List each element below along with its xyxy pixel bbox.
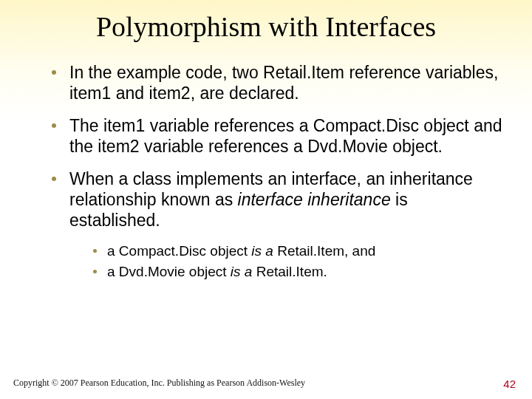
bullet-text: The item1 variable references a Compact.… (69, 115, 502, 157)
sub-bullet-text: a Dvd.Movie object is a Retail.Item. (107, 263, 327, 281)
text-run: Retail.Item. (252, 264, 327, 279)
emphasis-text: interface inheritance (238, 190, 391, 209)
copyright-text: Copyright © 2007 Pearson Education, Inc.… (13, 378, 305, 389)
page-title: Polymorphism with Interfaces (0, 0, 532, 50)
bullet-item: When a class implements an interface, an… (52, 168, 502, 231)
bullet-icon (93, 249, 97, 253)
sub-bullet-item: a Compact.Disc object is a Retail.Item, … (93, 242, 502, 260)
emphasis-text: is a (231, 264, 253, 279)
bullet-text: In the example code, two Retail.Item ref… (69, 62, 502, 103)
sub-bullet-list: a Compact.Disc object is a Retail.Item, … (52, 242, 502, 281)
content-area: In the example code, two Retail.Item ref… (0, 50, 532, 281)
bullet-item: The item1 variable references a Compact.… (52, 115, 502, 157)
emphasis-text: is a (251, 243, 273, 259)
bullet-text: When a class implements an interface, an… (69, 168, 502, 231)
text-run: Retail.Item, and (273, 243, 375, 259)
bullet-item: In the example code, two Retail.Item ref… (52, 62, 502, 103)
bullet-icon (52, 177, 56, 181)
text-run: a Compact.Disc object (107, 243, 251, 259)
sub-bullet-text: a Compact.Disc object is a Retail.Item, … (107, 242, 375, 260)
sub-bullet-item: a Dvd.Movie object is a Retail.Item. (93, 263, 502, 281)
bullet-icon (52, 70, 56, 75)
bullet-icon (52, 123, 56, 128)
page-number: 42 (503, 378, 516, 390)
text-run: a Dvd.Movie object (107, 264, 231, 279)
bullet-icon (93, 270, 97, 273)
